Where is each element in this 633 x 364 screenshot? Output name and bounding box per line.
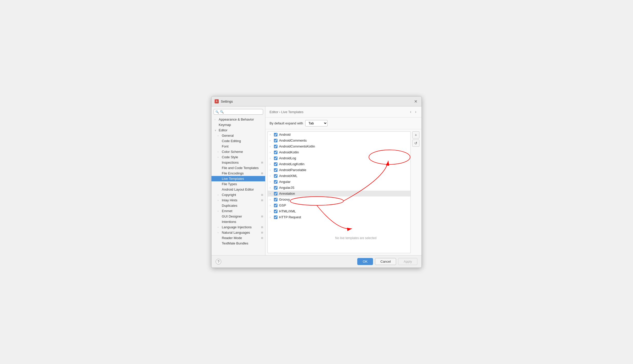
sidebar-item-label: Android Layout Editor xyxy=(222,188,254,191)
sidebar-item-reader-mode[interactable]: Reader Mode ⊞ xyxy=(212,235,265,241)
sidebar-item-intentions[interactable]: Intentions xyxy=(212,219,265,224)
sidebar: 🔍 › Appearance & Behavior Keymap ∨ Edito… xyxy=(212,106,265,255)
indicator-icon: ⊞ xyxy=(261,231,263,234)
chevron-icon: › xyxy=(270,204,272,207)
group-checkbox[interactable] xyxy=(274,204,277,207)
revert-button[interactable]: ↺ xyxy=(412,140,419,147)
group-checkbox[interactable] xyxy=(274,180,277,184)
group-checkbox[interactable] xyxy=(274,215,277,219)
sidebar-item-label: Live Templates xyxy=(222,177,244,181)
template-group-item[interactable]: ›HTTP Request xyxy=(268,214,410,220)
group-checkbox[interactable] xyxy=(274,133,277,136)
template-group-item[interactable]: ›AndroidLogKotlin xyxy=(268,161,410,167)
sidebar-item-font[interactable]: Font xyxy=(212,144,265,149)
sidebar-item-label: Natural Languages xyxy=(222,231,250,234)
group-checkbox[interactable] xyxy=(274,192,277,195)
sidebar-item-language-injections[interactable]: › Language Injections ⊞ xyxy=(212,224,265,230)
ok-button[interactable]: OK xyxy=(357,258,373,265)
search-input[interactable] xyxy=(220,110,261,114)
back-button[interactable]: ‹ xyxy=(409,109,412,115)
sidebar-item-inlay-hints[interactable]: › Inlay Hints ⊞ xyxy=(212,198,265,203)
sidebar-item-general[interactable]: › General xyxy=(212,133,265,138)
dialog-title: Settings xyxy=(221,100,413,103)
group-checkbox[interactable] xyxy=(274,156,277,160)
chevron-icon: › xyxy=(218,210,221,212)
sidebar-item-file-encodings[interactable]: File Encodings ⊞ xyxy=(212,171,265,176)
sidebar-item-keymap[interactable]: Keymap xyxy=(212,122,265,127)
breadcrumb-nav: ‹ › xyxy=(409,109,417,115)
add-button[interactable]: + xyxy=(412,131,419,139)
sidebar-item-gui-designer[interactable]: GUI Designer ⊞ xyxy=(212,214,265,219)
group-checkbox[interactable] xyxy=(274,145,277,148)
chevron-icon: › xyxy=(218,134,221,137)
template-group-item[interactable]: ›AndroidComments xyxy=(268,137,410,143)
forward-button[interactable]: › xyxy=(414,109,417,115)
sidebar-item-code-editing[interactable]: Code Editing xyxy=(212,138,265,144)
group-label: AngularJS xyxy=(279,186,294,190)
group-label: Angular xyxy=(279,180,291,184)
title-bar: A Settings ✕ xyxy=(212,96,421,106)
group-label: HTML/XML xyxy=(279,209,296,213)
sidebar-item-natural-languages[interactable]: › Natural Languages ⊞ xyxy=(212,230,265,235)
group-checkbox[interactable] xyxy=(274,186,277,190)
sidebar-item-file-types[interactable]: File Types xyxy=(212,181,265,187)
sidebar-item-label: Editor xyxy=(219,128,227,132)
indicator-icon: ⊞ xyxy=(261,161,263,164)
sidebar-item-label: Inlay Hints xyxy=(222,198,237,202)
group-checkbox[interactable] xyxy=(274,210,277,213)
group-label: AndroidCommentsKotlin xyxy=(279,144,315,148)
sidebar-item-label: Keymap xyxy=(219,123,231,127)
template-group-item[interactable]: ›Annotation xyxy=(268,191,410,196)
group-checkbox[interactable] xyxy=(274,151,277,154)
sidebar-item-emmet[interactable]: › Emmet xyxy=(212,208,265,214)
sidebar-item-inspections[interactable]: Inspections ⊞ xyxy=(212,160,265,165)
template-group-item[interactable]: ›AndroidKotlin xyxy=(268,149,410,155)
sidebar-item-editor[interactable]: ∨ Editor xyxy=(212,127,265,133)
chevron-icon: › xyxy=(270,133,272,136)
group-checkbox[interactable] xyxy=(274,174,277,178)
sidebar-item-textmate-bundles[interactable]: TextMate Bundles xyxy=(212,241,265,246)
cancel-button[interactable]: Cancel xyxy=(375,258,396,265)
sidebar-item-live-templates[interactable]: Live Templates xyxy=(212,176,265,181)
template-group-item[interactable]: ›GSP xyxy=(268,202,410,208)
sidebar-item-label: Inspections xyxy=(222,161,239,164)
group-checkbox[interactable] xyxy=(274,162,277,166)
group-checkbox[interactable] xyxy=(274,198,277,201)
template-group-item[interactable]: ›Angular xyxy=(268,179,410,185)
template-group-item[interactable]: ›Android xyxy=(268,132,410,137)
expand-select[interactable]: Tab Enter Space xyxy=(305,120,328,126)
close-button[interactable]: ✕ xyxy=(413,99,418,104)
template-group-item[interactable]: ›HTML/XML xyxy=(268,208,410,214)
group-checkbox[interactable] xyxy=(274,139,277,142)
group-checkbox[interactable] xyxy=(274,168,277,172)
breadcrumb-text: Editor › Live Templates xyxy=(270,110,303,114)
chevron-icon: › xyxy=(215,118,218,121)
search-box[interactable]: 🔍 xyxy=(214,109,263,115)
sidebar-item-label: File Encodings xyxy=(222,171,244,175)
sidebar-item-copyright[interactable]: › Copyright ⊞ xyxy=(212,192,265,198)
expand-toolbar: By default expand with Tab Enter Space xyxy=(265,117,421,129)
sidebar-item-code-style[interactable]: › Code Style xyxy=(212,154,265,160)
chevron-icon: › xyxy=(270,210,272,213)
group-label: AndroidComments xyxy=(279,139,307,142)
sidebar-item-color-scheme[interactable]: › Color Scheme xyxy=(212,149,265,154)
help-button[interactable]: ? xyxy=(216,259,221,264)
template-group-item[interactable]: ›AndroidXML xyxy=(268,173,410,179)
sidebar-item-duplicates[interactable]: Duplicates xyxy=(212,203,265,208)
template-group-item[interactable]: ›AndroidParcelable xyxy=(268,167,410,173)
chevron-icon: › xyxy=(270,186,272,189)
sidebar-item-file-code-templates[interactable]: File and Code Templates xyxy=(212,165,265,171)
template-group-item[interactable]: ›AndroidCommentsKotlin xyxy=(268,143,410,149)
template-group-item[interactable]: ›AndroidLog xyxy=(268,155,410,161)
template-group-item[interactable]: ›AngularJS xyxy=(268,185,410,191)
indicator-icon: ⊞ xyxy=(261,199,263,202)
sidebar-item-android-layout-editor[interactable]: Android Layout Editor xyxy=(212,187,265,192)
template-group-item[interactable]: ›Groovy xyxy=(268,196,410,202)
sidebar-item-appearance[interactable]: › Appearance & Behavior xyxy=(212,117,265,122)
sidebar-item-label: File and Code Templates xyxy=(222,166,259,170)
sidebar-item-label: Intentions xyxy=(222,220,236,224)
no-selection-message: No live templates are selected xyxy=(335,236,377,240)
chevron-icon: › xyxy=(218,151,221,153)
sidebar-item-label: Code Editing xyxy=(222,139,241,143)
dialog-footer: ? OK Cancel Apply xyxy=(212,255,421,268)
